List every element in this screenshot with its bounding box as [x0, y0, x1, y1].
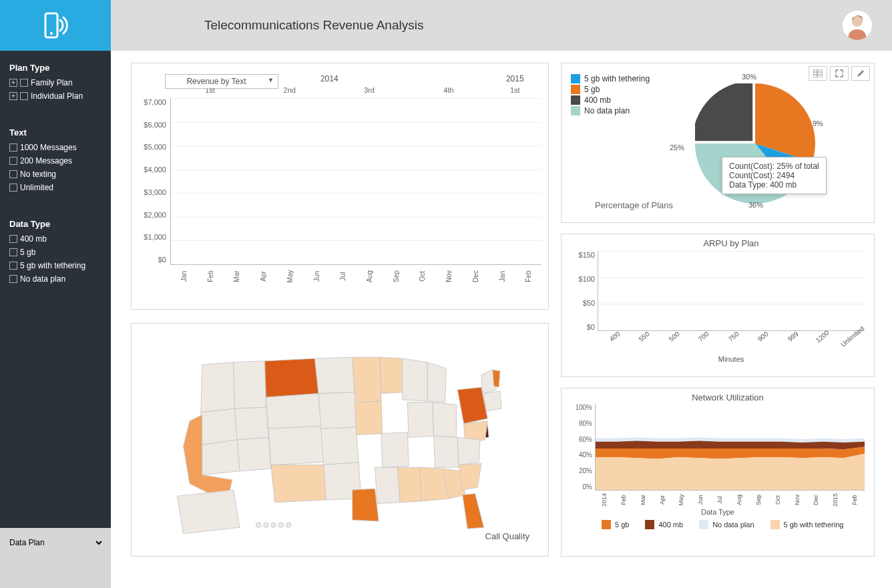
svg-point-12 — [286, 523, 291, 528]
tooltip-line: Data Type: 400 mb — [729, 180, 819, 190]
pie-pct-bottom: 36% — [748, 201, 763, 209]
network-title: Network Utilization — [562, 392, 874, 402]
sidebar-item-400mb[interactable]: 400 mb — [9, 234, 101, 244]
expand-icon — [835, 69, 843, 77]
pie-tooltip: Count(Cost): 25% of total Count(Cost): 2… — [722, 157, 827, 194]
pie-pct-left: 25% — [670, 143, 684, 152]
network-legend: 5 gb400 mbNo data plan5 gb with tetherin… — [562, 516, 874, 536]
checkbox[interactable] — [9, 157, 17, 165]
svg-point-10 — [271, 523, 276, 528]
sidebar-item-label: 400 mb — [20, 234, 47, 244]
page-title: Telecommunications Revenue Analysis — [204, 18, 423, 33]
svg-point-11 — [278, 523, 284, 528]
network-y-axis: 100%80%60%40%20%0% — [566, 404, 595, 491]
checkbox[interactable] — [9, 248, 17, 256]
arpu-chart-card: ARPU by Plan $150$100$50$0 4005505007007… — [561, 234, 875, 377]
revenue-y-axis: $7,000$6,000$5,000$4,000$3,000$2,000$1,0… — [138, 98, 170, 265]
app-header: Telecommunications Revenue Analysis — [111, 0, 892, 51]
revenue-x-axis: JanFebMarAprMayJunJulAugSepOctNovDecJanF… — [132, 267, 548, 286]
network-area-svg — [596, 404, 865, 490]
checkbox[interactable] — [9, 262, 17, 270]
checkbox[interactable] — [9, 143, 17, 152]
pencil-icon — [857, 69, 865, 77]
arpu-bars-plot — [598, 251, 865, 331]
data-type-heading: Data Type — [9, 219, 101, 229]
checkbox[interactable] — [9, 275, 17, 283]
sidebar-item-no-data-plan[interactable]: No data plan — [9, 274, 101, 284]
svg-point-1 — [50, 32, 53, 35]
arpu-y-axis: $150$100$50$0 — [566, 251, 598, 331]
edit-button[interactable] — [851, 66, 870, 81]
sidebar-item-unlimited-text[interactable]: Unlimited — [9, 183, 101, 192]
sidebar-item-label: 1000 Messages — [20, 143, 77, 152]
data-plan-dropdown[interactable]: Data Plan — [7, 535, 104, 551]
sidebar-item-family-plan[interactable]: + Family Plan — [9, 78, 101, 87]
network-chart-card: Network Utilization 100%80%60%40%20%0% 2… — [561, 388, 875, 557]
revenue-bars-plot — [170, 98, 541, 265]
pie-legend: 5 gb with tethering5 gb400 mbNo data pla… — [562, 63, 682, 222]
avatar-icon — [843, 11, 872, 40]
svg-point-8 — [256, 523, 261, 528]
pie-title: Percentage of Plans — [595, 200, 673, 210]
pie-pct-top: 30% — [742, 73, 756, 81]
phone-signal-icon — [39, 9, 71, 41]
arpu-title: ARPU by Plan — [562, 238, 874, 248]
tooltip-line: Count(Cost): 2494 — [729, 171, 819, 180]
checkbox[interactable] — [20, 79, 28, 87]
sidebar-item-5gb-tethering[interactable]: 5 gb with tethering — [9, 261, 101, 270]
arpu-x-title: Minutes — [562, 355, 874, 363]
sidebar-item-200-messages[interactable]: 200 Messages — [9, 156, 101, 166]
revenue-chart-card: Revenue by Text 2014 2015 1st2nd3rd4th1s… — [131, 63, 549, 310]
sidebar-group-text: Text 1000 Messages 200 Messages No texti… — [9, 127, 101, 192]
user-avatar[interactable] — [843, 11, 872, 40]
sidebar-item-label: No data plan — [20, 274, 65, 284]
plan-type-heading: Plan Type — [9, 63, 101, 73]
sidebar-group-data-type: Data Type 400 mb 5 gb 5 gb with tetherin… — [9, 219, 101, 284]
map-title: Call Quality — [485, 531, 529, 541]
expand-icon[interactable]: + — [9, 92, 17, 100]
checkbox[interactable] — [9, 184, 17, 192]
text-heading: Text — [9, 127, 101, 137]
sidebar-group-plan-type: Plan Type + Family Plan + Individual Pla… — [9, 63, 101, 101]
pie-plot: 30% 9% 36% 25% Count(Cost): 25% of total… — [682, 63, 835, 222]
sidebar-item-individual-plan[interactable]: + Individual Plan — [9, 91, 101, 101]
sidebar-bottom-panel: Data Plan — [0, 528, 111, 588]
sidebar-item-label: Family Plan — [31, 78, 73, 87]
year-label-2015: 2015 — [489, 74, 541, 83]
sidebar-item-label: 5 gb — [20, 248, 35, 257]
pie-chart-card: 5 gb with tethering5 gb400 mbNo data pla… — [561, 63, 875, 223]
arpu-x-axis: 4005505007007509009991200Unlimited — [562, 334, 874, 351]
logo-area — [0, 0, 111, 51]
sidebar-item-label: No texting — [20, 170, 56, 179]
svg-point-9 — [264, 523, 269, 528]
pie-pct-right: 9% — [813, 119, 823, 127]
revenue-selector[interactable]: Revenue by Text — [165, 74, 278, 89]
sidebar-item-label: 200 Messages — [20, 156, 72, 166]
sidebar-item-label: 5 gb with tethering — [20, 261, 85, 270]
sidebar-item-no-texting[interactable]: No texting — [9, 170, 101, 179]
sidebar-item-label: Unlimited — [20, 183, 53, 192]
sidebar-item-label: Individual Plan — [31, 91, 83, 101]
expand-icon[interactable]: + — [9, 79, 17, 87]
sidebar-item-5gb[interactable]: 5 gb — [9, 248, 101, 257]
checkbox[interactable] — [9, 235, 17, 243]
tooltip-line: Count(Cost): 25% of total — [729, 162, 819, 171]
checkbox[interactable] — [9, 170, 17, 178]
us-map-svg — [153, 340, 527, 540]
network-x-axis: 2014FebMarAprMayJunJulAugSepOctNovDec201… — [562, 492, 874, 508]
checkbox[interactable] — [20, 92, 28, 100]
map-card: Call Quality — [131, 323, 549, 557]
sidebar-item-1000-messages[interactable]: 1000 Messages — [9, 143, 101, 152]
